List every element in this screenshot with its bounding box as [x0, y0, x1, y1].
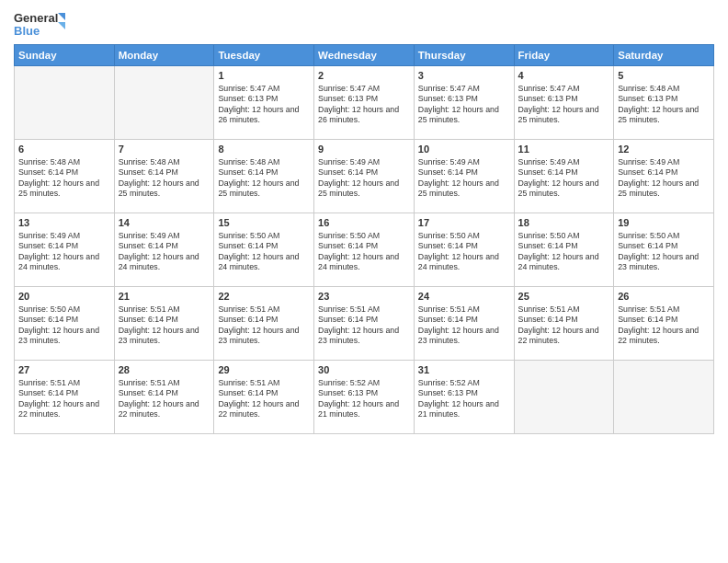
calendar-cell: 18Sunrise: 5:50 AM Sunset: 6:14 PM Dayli…	[514, 213, 614, 287]
day-number: 24	[418, 290, 510, 304]
col-header-wednesday: Wednesday	[314, 45, 415, 66]
calendar-cell: 26Sunrise: 5:51 AM Sunset: 6:14 PM Dayli…	[614, 287, 714, 361]
header-row: SundayMondayTuesdayWednesdayThursdayFrid…	[15, 45, 714, 66]
day-info: Sunrise: 5:48 AM Sunset: 6:14 PM Dayligh…	[18, 157, 110, 200]
day-info: Sunrise: 5:51 AM Sunset: 6:14 PM Dayligh…	[518, 304, 610, 347]
day-number: 6	[18, 143, 110, 156]
svg-marker-3	[58, 22, 65, 29]
week-row-3: 13Sunrise: 5:49 AM Sunset: 6:14 PM Dayli…	[15, 213, 714, 287]
day-number: 20	[18, 290, 110, 304]
calendar-cell: 29Sunrise: 5:51 AM Sunset: 6:14 PM Dayli…	[214, 361, 314, 434]
day-info: Sunrise: 5:47 AM Sunset: 6:13 PM Dayligh…	[418, 84, 510, 126]
calendar-cell: 10Sunrise: 5:49 AM Sunset: 6:14 PM Dayli…	[414, 140, 514, 213]
day-number: 13	[18, 216, 110, 230]
day-info: Sunrise: 5:50 AM Sunset: 6:14 PM Dayligh…	[418, 231, 510, 273]
calendar-cell: 24Sunrise: 5:51 AM Sunset: 6:14 PM Dayli…	[414, 287, 514, 361]
header: GeneralBlue	[14, 9, 714, 39]
day-number: 16	[318, 216, 410, 230]
day-number: 26	[618, 290, 710, 304]
calendar-cell: 8Sunrise: 5:48 AM Sunset: 6:14 PM Daylig…	[214, 140, 314, 213]
day-info: Sunrise: 5:49 AM Sunset: 6:14 PM Dayligh…	[518, 157, 610, 200]
calendar-cell: 25Sunrise: 5:51 AM Sunset: 6:14 PM Dayli…	[514, 287, 614, 361]
day-number: 5	[618, 69, 710, 83]
day-info: Sunrise: 5:49 AM Sunset: 6:14 PM Dayligh…	[119, 231, 210, 273]
day-number: 17	[418, 216, 510, 230]
calendar-cell: 6Sunrise: 5:48 AM Sunset: 6:14 PM Daylig…	[15, 140, 115, 213]
day-number: 3	[418, 69, 510, 83]
day-info: Sunrise: 5:50 AM Sunset: 6:14 PM Dayligh…	[518, 231, 610, 273]
col-header-tuesday: Tuesday	[214, 45, 314, 66]
calendar-cell: 4Sunrise: 5:47 AM Sunset: 6:13 PM Daylig…	[514, 66, 614, 140]
day-number: 25	[518, 290, 610, 304]
calendar-cell: 11Sunrise: 5:49 AM Sunset: 6:14 PM Dayli…	[514, 140, 614, 213]
week-row-1: 1Sunrise: 5:47 AM Sunset: 6:13 PM Daylig…	[15, 66, 714, 140]
day-number: 7	[119, 143, 210, 156]
page: GeneralBlue SundayMondayTuesdayWednesday…	[0, 0, 728, 563]
calendar-cell: 22Sunrise: 5:51 AM Sunset: 6:14 PM Dayli…	[214, 287, 314, 361]
calendar-cell	[15, 66, 115, 140]
day-info: Sunrise: 5:50 AM Sunset: 6:14 PM Dayligh…	[218, 231, 310, 273]
day-info: Sunrise: 5:47 AM Sunset: 6:13 PM Dayligh…	[518, 84, 610, 126]
day-number: 8	[218, 143, 310, 156]
logo: GeneralBlue	[14, 9, 69, 39]
calendar-cell: 27Sunrise: 5:51 AM Sunset: 6:14 PM Dayli…	[15, 361, 115, 434]
day-info: Sunrise: 5:51 AM Sunset: 6:14 PM Dayligh…	[218, 304, 310, 347]
day-info: Sunrise: 5:51 AM Sunset: 6:14 PM Dayligh…	[418, 304, 510, 347]
day-info: Sunrise: 5:49 AM Sunset: 6:14 PM Dayligh…	[318, 157, 410, 200]
col-header-thursday: Thursday	[414, 45, 514, 66]
day-info: Sunrise: 5:51 AM Sunset: 6:14 PM Dayligh…	[218, 378, 310, 420]
calendar-cell: 3Sunrise: 5:47 AM Sunset: 6:13 PM Daylig…	[414, 66, 514, 140]
day-number: 21	[119, 290, 210, 304]
calendar-cell: 21Sunrise: 5:51 AM Sunset: 6:14 PM Dayli…	[114, 287, 214, 361]
day-number: 1	[218, 69, 310, 83]
calendar-cell: 7Sunrise: 5:48 AM Sunset: 6:14 PM Daylig…	[114, 140, 214, 213]
logo-svg: GeneralBlue	[14, 9, 69, 39]
col-header-saturday: Saturday	[614, 45, 714, 66]
calendar-cell	[614, 361, 714, 434]
day-info: Sunrise: 5:51 AM Sunset: 6:14 PM Dayligh…	[18, 378, 110, 420]
day-number: 29	[218, 363, 310, 377]
day-info: Sunrise: 5:47 AM Sunset: 6:13 PM Dayligh…	[318, 84, 410, 126]
day-number: 4	[518, 69, 610, 83]
day-number: 31	[418, 363, 510, 377]
calendar-cell: 30Sunrise: 5:52 AM Sunset: 6:13 PM Dayli…	[314, 361, 415, 434]
day-info: Sunrise: 5:51 AM Sunset: 6:14 PM Dayligh…	[119, 378, 210, 420]
day-number: 12	[618, 143, 710, 156]
calendar-cell: 9Sunrise: 5:49 AM Sunset: 6:14 PM Daylig…	[314, 140, 415, 213]
day-info: Sunrise: 5:49 AM Sunset: 6:14 PM Dayligh…	[18, 231, 110, 273]
svg-marker-2	[58, 13, 65, 20]
day-number: 23	[318, 290, 410, 304]
calendar-cell: 14Sunrise: 5:49 AM Sunset: 6:14 PM Dayli…	[114, 213, 214, 287]
svg-text:General: General	[14, 11, 58, 25]
week-row-2: 6Sunrise: 5:48 AM Sunset: 6:14 PM Daylig…	[15, 140, 714, 213]
day-info: Sunrise: 5:52 AM Sunset: 6:13 PM Dayligh…	[318, 378, 410, 420]
day-info: Sunrise: 5:51 AM Sunset: 6:14 PM Dayligh…	[618, 304, 710, 347]
day-number: 18	[518, 216, 610, 230]
col-header-sunday: Sunday	[15, 45, 115, 66]
calendar-cell: 28Sunrise: 5:51 AM Sunset: 6:14 PM Dayli…	[114, 361, 214, 434]
calendar-cell: 5Sunrise: 5:48 AM Sunset: 6:13 PM Daylig…	[614, 66, 714, 140]
calendar-cell: 2Sunrise: 5:47 AM Sunset: 6:13 PM Daylig…	[314, 66, 415, 140]
day-number: 2	[318, 69, 410, 83]
calendar-cell: 20Sunrise: 5:50 AM Sunset: 6:14 PM Dayli…	[15, 287, 115, 361]
calendar-cell	[514, 361, 614, 434]
calendar-cell: 13Sunrise: 5:49 AM Sunset: 6:14 PM Dayli…	[15, 213, 115, 287]
calendar-cell: 16Sunrise: 5:50 AM Sunset: 6:14 PM Dayli…	[314, 213, 415, 287]
day-info: Sunrise: 5:52 AM Sunset: 6:13 PM Dayligh…	[418, 378, 510, 420]
calendar-cell: 1Sunrise: 5:47 AM Sunset: 6:13 PM Daylig…	[214, 66, 314, 140]
day-number: 10	[418, 143, 510, 156]
day-number: 11	[518, 143, 610, 156]
day-number: 9	[318, 143, 410, 156]
day-info: Sunrise: 5:48 AM Sunset: 6:14 PM Dayligh…	[119, 157, 210, 200]
calendar-cell: 12Sunrise: 5:49 AM Sunset: 6:14 PM Dayli…	[614, 140, 714, 213]
calendar-table: SundayMondayTuesdayWednesdayThursdayFrid…	[14, 44, 714, 434]
day-number: 19	[618, 216, 710, 230]
calendar-cell: 31Sunrise: 5:52 AM Sunset: 6:13 PM Dayli…	[414, 361, 514, 434]
day-number: 22	[218, 290, 310, 304]
day-info: Sunrise: 5:50 AM Sunset: 6:14 PM Dayligh…	[18, 304, 110, 347]
day-info: Sunrise: 5:47 AM Sunset: 6:13 PM Dayligh…	[218, 84, 310, 126]
day-number: 27	[18, 363, 110, 377]
col-header-monday: Monday	[114, 45, 214, 66]
day-info: Sunrise: 5:51 AM Sunset: 6:14 PM Dayligh…	[119, 304, 210, 347]
calendar-cell: 23Sunrise: 5:51 AM Sunset: 6:14 PM Dayli…	[314, 287, 415, 361]
